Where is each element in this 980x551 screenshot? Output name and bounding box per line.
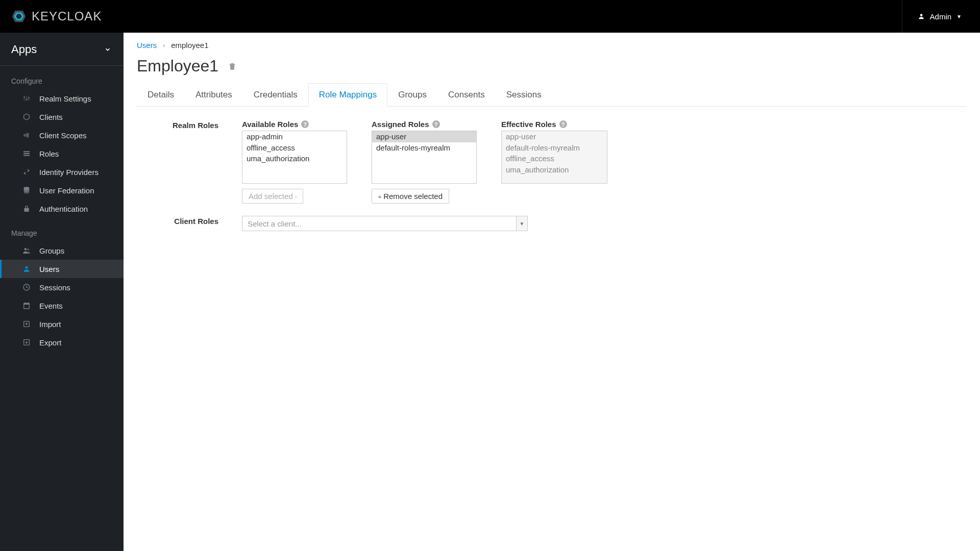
sidebar-item-groups[interactable]: Groups: [0, 241, 124, 260]
sidebar-item-label: Events: [39, 302, 63, 310]
sidebar-item-label: Roles: [39, 149, 59, 158]
sidebar-item-label: Identity Providers: [39, 168, 99, 177]
realm-selector[interactable]: Apps: [0, 33, 124, 66]
breadcrumb: Users › employee1: [137, 41, 967, 49]
svg-point-16: [27, 248, 29, 251]
svg-rect-12: [23, 155, 30, 156]
client-select[interactable]: Select a client... ▼: [242, 216, 528, 231]
user-label: Admin: [930, 12, 952, 21]
svg-rect-22: [28, 302, 28, 304]
sidebar-item-user-federation[interactable]: User Federation: [0, 181, 124, 199]
breadcrumb-parent-link[interactable]: Users: [137, 41, 157, 49]
realm-roles-label: Realm Roles: [137, 120, 242, 130]
help-icon[interactable]: ?: [301, 120, 309, 128]
sliders-icon: [22, 94, 31, 103]
sidebar-item-label: Clients: [39, 113, 63, 121]
nav-section-label: Configure: [0, 66, 124, 89]
list-icon: [22, 149, 31, 158]
calendar-icon: [22, 301, 31, 310]
sidebar-item-label: Users: [39, 265, 59, 273]
sidebar-item-label: User Federation: [39, 186, 94, 195]
sidebar-item-label: Authentication: [39, 205, 88, 213]
users-icon: [22, 246, 31, 255]
sidebar-item-realm-settings[interactable]: Realm Settings: [0, 89, 124, 108]
role-option: uma_authorization: [502, 164, 607, 176]
tab-attributes[interactable]: Attributes: [185, 83, 243, 107]
svg-rect-5: [26, 99, 27, 99]
client-roles-label: Client Roles: [137, 216, 242, 226]
realm-roles-row: Realm Roles Available Roles ? app-admino…: [137, 120, 967, 204]
sidebar-item-label: Client Scopes: [39, 131, 87, 140]
exchange-icon: [22, 167, 31, 177]
svg-point-15: [24, 248, 27, 251]
sidebar-item-export[interactable]: Export: [0, 333, 124, 352]
user-menu[interactable]: Admin ▼: [902, 0, 966, 33]
chevron-down-icon: ▼: [957, 14, 962, 19]
sidebar-item-clients[interactable]: Clients: [0, 108, 124, 126]
dropdown-caret-icon: ▼: [516, 216, 527, 231]
tab-consents[interactable]: Consents: [437, 83, 496, 107]
add-selected-button[interactable]: Add selected ›: [242, 189, 303, 204]
page-title-text: Employee1: [137, 57, 218, 76]
client-select-placeholder: Select a client...: [242, 219, 302, 228]
user-icon: [918, 13, 925, 20]
assigned-roles-column: Assigned Roles ? app-userdefault-roles-m…: [372, 120, 477, 204]
clock-icon: [22, 283, 31, 292]
lock-icon: [22, 204, 31, 213]
breadcrumb-current: employee1: [171, 41, 208, 49]
available-roles-listbox[interactable]: app-adminoffline_accessuma_authorization: [242, 131, 347, 184]
role-option[interactable]: uma_authorization: [242, 153, 347, 164]
tab-role-mappings[interactable]: Role Mappings: [308, 83, 387, 107]
role-option[interactable]: offline_access: [242, 142, 347, 154]
sidebar-item-roles[interactable]: Roles: [0, 144, 124, 163]
svg-point-17: [25, 266, 28, 269]
cube-icon: [22, 112, 31, 121]
sidebar-item-authentication[interactable]: Authentication: [0, 199, 124, 218]
top-bar: KEYCLOAK Admin ▼: [0, 0, 980, 33]
svg-rect-4: [23, 97, 25, 97]
svg-rect-10: [23, 151, 30, 152]
effective-roles-column: Effective Roles ? app-userdefault-roles-…: [501, 120, 607, 204]
tab-details[interactable]: Details: [137, 83, 185, 107]
chevron-left-icon: «: [378, 193, 381, 199]
export-icon: [22, 338, 31, 347]
help-icon[interactable]: ?: [432, 120, 440, 128]
assigned-roles-header: Assigned Roles: [372, 120, 429, 129]
tab-credentials[interactable]: Credentials: [243, 83, 308, 107]
sidebar-item-label: Realm Settings: [39, 94, 91, 103]
sidebar-item-identity-providers[interactable]: Identity Providers: [0, 163, 124, 181]
import-icon: [22, 319, 31, 329]
role-option[interactable]: default-roles-myrealm: [372, 142, 476, 154]
nav-section-label: Manage: [0, 218, 124, 241]
assigned-roles-listbox[interactable]: app-userdefault-roles-myrealm: [372, 131, 477, 184]
help-icon[interactable]: ?: [559, 120, 567, 128]
effective-roles-listbox: app-userdefault-roles-myrealmoffline_acc…: [501, 131, 607, 184]
svg-point-9: [26, 135, 29, 137]
svg-rect-14: [24, 208, 29, 212]
svg-rect-6: [28, 98, 30, 98]
product-logo[interactable]: KEYCLOAK: [11, 9, 102, 24]
available-roles-header: Available Roles: [242, 120, 298, 129]
page-title: Employee1: [137, 57, 967, 76]
svg-point-3: [920, 14, 922, 16]
keycloak-logo-icon: [11, 9, 27, 24]
role-option[interactable]: app-user: [372, 131, 476, 142]
role-option[interactable]: app-admin: [242, 131, 347, 142]
role-option: default-roles-myrealm: [502, 142, 607, 154]
sidebar-item-label: Import: [39, 320, 61, 329]
effective-roles-header: Effective Roles: [501, 120, 556, 129]
remove-selected-button[interactable]: « Remove selected: [372, 189, 449, 204]
sidebar-item-client-scopes[interactable]: Client Scopes: [0, 126, 124, 144]
scopes-icon: [22, 131, 31, 140]
trash-icon[interactable]: [228, 62, 237, 71]
sidebar-item-users[interactable]: Users: [0, 260, 124, 278]
tabs: DetailsAttributesCredentialsRole Mapping…: [137, 83, 967, 107]
sidebar-item-sessions[interactable]: Sessions: [0, 278, 124, 296]
sidebar-item-import[interactable]: Import: [0, 315, 124, 333]
add-selected-label: Add selected: [249, 192, 293, 201]
user-icon: [22, 264, 31, 273]
tab-groups[interactable]: Groups: [387, 83, 437, 107]
tab-sessions[interactable]: Sessions: [496, 83, 552, 107]
svg-rect-21: [25, 302, 26, 304]
sidebar-item-events[interactable]: Events: [0, 296, 124, 315]
